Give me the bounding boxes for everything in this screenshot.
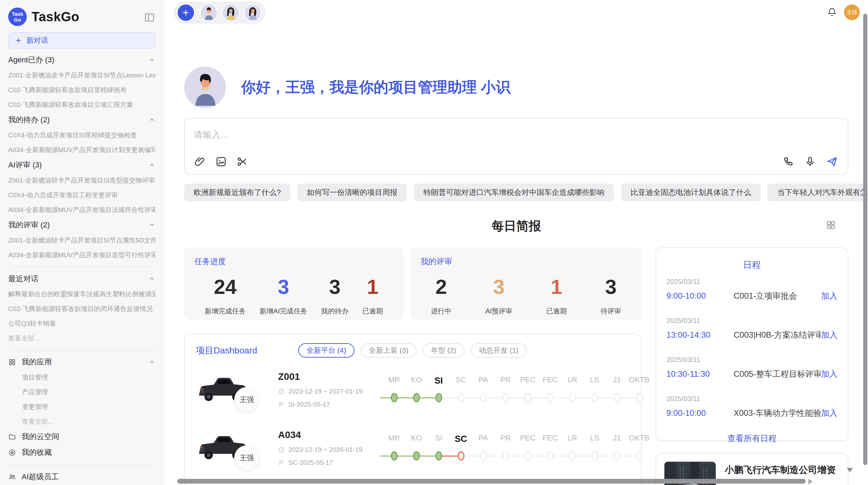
schedule-join-link[interactable]: 加入 bbox=[821, 290, 837, 301]
project-vehicle: 王强 bbox=[196, 366, 278, 416]
recent-chat-item[interactable]: 公司Q3轻卡销量 bbox=[8, 316, 155, 331]
suggestion-chips: 欧洲新规最近颁布了什么?如何写一份清晰的项目周报特朗普可能对进口汽车增税会对中国… bbox=[184, 184, 848, 201]
add-agent-button[interactable] bbox=[176, 3, 196, 23]
view-all-schedule-link[interactable]: 查看所有日程 bbox=[666, 433, 837, 444]
sidebar-my-apps[interactable]: 我的应用 bbox=[8, 354, 155, 370]
agent-avatar-2[interactable] bbox=[222, 4, 240, 22]
briefing-left-column: 任务进度24新增完成任务3新增AI完成任务3我的待办1已逾期我的评审2进行中3A… bbox=[184, 247, 642, 485]
stat-value: 24 bbox=[205, 275, 246, 299]
stat-item: 1已逾期 bbox=[546, 275, 567, 316]
suggestion-chip[interactable]: 欧洲新规最近颁布了什么? bbox=[184, 184, 290, 201]
milestone-label: FEC bbox=[539, 375, 561, 386]
dashboard-tab[interactable]: 全新上装 (3) bbox=[361, 343, 417, 358]
app-item[interactable]: 产品管理 bbox=[8, 385, 155, 399]
chat-input[interactable] bbox=[194, 129, 704, 149]
attach-image-icon[interactable] bbox=[215, 156, 227, 168]
apps-view-all-link[interactable]: 查看全部... bbox=[8, 414, 155, 429]
milestone-dot bbox=[502, 393, 509, 402]
scroll-right-arrow-icon[interactable] bbox=[808, 479, 813, 484]
suggestion-chip[interactable]: 比亚迪全固态电池计划具体说了什么 bbox=[621, 184, 761, 201]
milestone-label: KO bbox=[405, 375, 427, 386]
stat-value: 3 bbox=[321, 275, 349, 299]
sidebar-task-item[interactable]: C02-飞腾新能源轻客改款项目里程碑画布 bbox=[8, 83, 155, 97]
sidebar-section-header[interactable]: AI评审 (3) bbox=[8, 157, 155, 173]
sidebar-task-item[interactable]: C0X4-动力总成开发项目工程变更评审 bbox=[8, 188, 155, 202]
sidebar-task-item[interactable]: Z001-全新燃油轻卡产品开发项目SI节点属性5D文件评审 bbox=[8, 233, 155, 248]
sidebar-toggle-icon[interactable] bbox=[144, 12, 155, 22]
sidebar-task-item[interactable]: C02-飞腾新能源轻客改款项目立项汇报方案 bbox=[8, 97, 155, 112]
stat-label: 待评审 bbox=[601, 307, 621, 316]
dashboard-tab[interactable]: 年型 (2) bbox=[423, 343, 465, 358]
sidebar-tool-0[interactable]: AI超级员工 bbox=[8, 469, 155, 485]
chevron-up-icon bbox=[148, 275, 155, 282]
sidebar-task-item[interactable]: A034-全新新能源MUV产品开发项目计划变更表编写 bbox=[8, 142, 155, 157]
recent-chat-item[interactable]: 解释最新出台的欧盟报废车法规再生塑料比例被调至15%... bbox=[8, 287, 155, 301]
sidebar-section-header[interactable]: 我的待办 (2) bbox=[8, 112, 155, 128]
dashboard-tab[interactable]: 动总开发 (1) bbox=[471, 343, 527, 358]
milestone-dot bbox=[391, 393, 398, 402]
logo-line2: Go bbox=[14, 17, 21, 23]
milestone-dot bbox=[458, 451, 465, 461]
schedule-join-link[interactable]: 加入 bbox=[821, 369, 837, 380]
milestone-dot bbox=[569, 393, 576, 402]
recent-view-all-link[interactable]: 查看全部... bbox=[8, 331, 155, 346]
scroll-down-arrow-icon[interactable] bbox=[847, 468, 853, 472]
milestone-dot bbox=[458, 393, 465, 402]
send-icon[interactable] bbox=[826, 156, 838, 168]
milestone-label: PR bbox=[494, 375, 517, 386]
sidebar-task-item[interactable]: Z001-全新燃油皮卡产品开发项目SI节点Lesson Learn报告 bbox=[8, 68, 155, 83]
app-item[interactable]: 项目管理 bbox=[8, 370, 155, 385]
schedule-join-link[interactable]: 加入 bbox=[821, 329, 837, 340]
sidebar-task-item[interactable]: A034-全新新能源MUV产品开发项目造型可行性评审 bbox=[8, 248, 155, 262]
app-item[interactable]: 变更管理 bbox=[8, 399, 155, 414]
project-flag-row: SC-2025-05-17 bbox=[278, 459, 381, 467]
suggestion-chip[interactable]: 如何写一份清晰的项目周报 bbox=[297, 184, 407, 201]
microphone-icon[interactable] bbox=[804, 156, 816, 168]
suggestion-chip[interactable]: 当下年轻人对汽车外观有怎样的喜好趋势 bbox=[768, 184, 868, 201]
topbar: 王强 bbox=[164, 0, 868, 25]
sidebar-section-label: AI评审 (3) bbox=[8, 160, 42, 170]
schedule-item-main: 9:00-10:00X003-车辆动力学性能验...加入 bbox=[666, 408, 837, 419]
horizontal-scrollbar[interactable] bbox=[177, 479, 806, 484]
project-info: Z0012023-12-19 ~ 2027-01-19SI-2025-05-17 bbox=[278, 366, 381, 416]
milestone-label: J1 bbox=[606, 375, 628, 386]
suggestion-chip[interactable]: 特朗普可能对进口汽车增税会对中国车企造成哪些影响 bbox=[414, 184, 614, 201]
schedule-date: 2025/03/11 bbox=[666, 317, 837, 325]
voice-call-icon[interactable] bbox=[782, 156, 794, 168]
sidebar-item-cloud-space[interactable]: 我的云空间 bbox=[8, 429, 155, 445]
screenshot-scissors-icon[interactable] bbox=[236, 156, 249, 168]
input-action-tools bbox=[782, 156, 838, 168]
project-flag-row: SI-2025-05-17 bbox=[278, 401, 381, 408]
plus-icon bbox=[15, 37, 22, 44]
sidebar-recent-header[interactable]: 最近对话 bbox=[8, 271, 155, 287]
notification-bell-icon[interactable] bbox=[827, 7, 837, 18]
layout-grid-icon[interactable] bbox=[826, 220, 836, 230]
sidebar-section-header[interactable]: Agent已办 (3) bbox=[8, 52, 155, 68]
agent-avatar-3[interactable] bbox=[244, 4, 262, 22]
schedule-join-link[interactable]: 加入 bbox=[821, 408, 837, 419]
milestone-dot bbox=[569, 451, 576, 461]
milestone-dot bbox=[636, 451, 643, 461]
stat-label: 进行中 bbox=[431, 307, 451, 316]
new-chat-button[interactable]: 新对话 bbox=[8, 32, 155, 49]
milestone-dot bbox=[614, 451, 620, 461]
sidebar-task-item[interactable]: C0X4-动力总成开发项目SI里程碑提交物检查 bbox=[8, 128, 155, 142]
sidebar-task-item[interactable]: Z001-全新燃油轻卡产品开发项目SI造型提交物评审 bbox=[8, 173, 155, 188]
recent-chat-item[interactable]: C02-飞腾新能源轻客改款项目的闭环通告反馈情况 bbox=[8, 301, 155, 316]
project-code: Z001 bbox=[278, 371, 381, 382]
milestone-track bbox=[383, 390, 650, 406]
schedule-item: 2025/03/119:00-10:00C001-立项审批会加入 bbox=[666, 271, 837, 310]
sidebar-section-header[interactable]: 我的评审 (2) bbox=[8, 217, 155, 233]
dashboard-tab[interactable]: 全新平台 (4) bbox=[298, 343, 354, 358]
sidebar-task-item[interactable]: A034-全新新能源MUV产品开发项目法规符合性评审 bbox=[8, 202, 155, 217]
user-avatar[interactable]: 王强 bbox=[844, 4, 860, 20]
milestone-label: LR bbox=[561, 375, 583, 386]
agent-avatar-1[interactable] bbox=[200, 4, 218, 22]
stat-value: 1 bbox=[362, 275, 383, 299]
chevron-up-icon bbox=[148, 57, 155, 63]
vertical-scrollbar[interactable] bbox=[863, 14, 867, 465]
sidebar-item-favorites[interactable]: 我的收藏 bbox=[8, 445, 155, 460]
new-chat-label: 新对话 bbox=[26, 36, 48, 45]
attach-file-icon[interactable] bbox=[194, 156, 206, 168]
plus-icon bbox=[181, 8, 190, 17]
